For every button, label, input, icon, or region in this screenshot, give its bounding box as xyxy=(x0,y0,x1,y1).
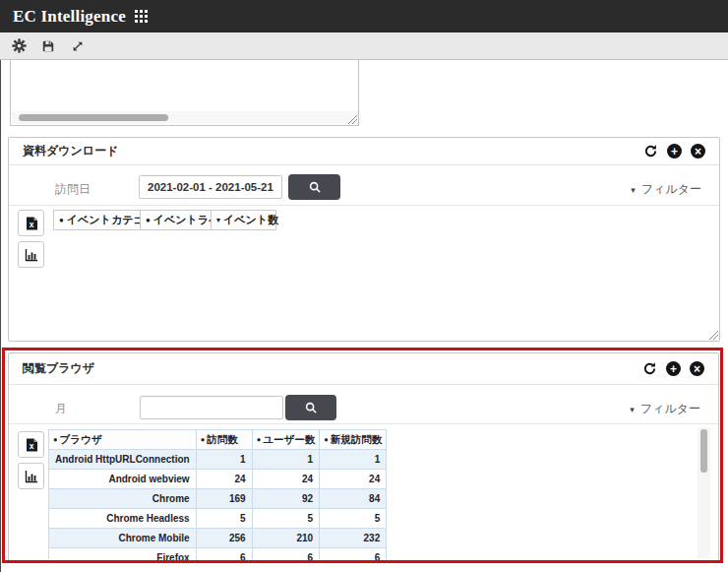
section-divider xyxy=(9,205,719,206)
table-row: Chrome 169 92 84 xyxy=(49,489,387,509)
cell-visits: 1 xyxy=(196,450,252,470)
column-header-users[interactable]: ●ユーザー数 xyxy=(252,430,320,450)
window-left-edge xyxy=(0,32,1,572)
screen: EC Intelligence xyxy=(0,0,728,572)
table-row: Firefox 6 6 6 xyxy=(49,548,387,564)
resize-grip-icon[interactable] xyxy=(348,115,357,124)
cell-users: 1 xyxy=(252,450,320,470)
filter-toggle[interactable]: ▾ フィルター xyxy=(630,401,700,417)
cell-browser: Firefox xyxy=(49,548,197,564)
add-widget-button[interactable]: + xyxy=(666,361,681,376)
browser-stats-table: ●ブラウザ ●訪問数 ●ユーザー数 ●新規訪問数 Android HttpURL… xyxy=(48,429,387,563)
month-label: 月 xyxy=(55,401,67,417)
magnifier-icon xyxy=(308,180,322,194)
filter-label: フィルター xyxy=(641,181,701,198)
expand-button[interactable] xyxy=(67,35,89,57)
table-row: Android HttpURLConnection 1 1 1 xyxy=(49,450,387,470)
chart-view-button[interactable] xyxy=(18,463,44,489)
excel-file-icon: x xyxy=(24,216,39,231)
cell-visits: 256 xyxy=(196,529,252,548)
cell-new-visits: 24 xyxy=(320,470,387,489)
cell-users: 5 xyxy=(252,509,320,529)
panel-download: 資料ダウンロード + × 訪問日 xyxy=(8,137,720,342)
cell-users: 24 xyxy=(252,470,320,489)
cell-users: 210 xyxy=(252,529,320,548)
magnifier-icon xyxy=(304,401,318,414)
svg-text:x: x xyxy=(29,220,33,229)
cell-new-visits: 6 xyxy=(320,548,387,564)
table-row: Android webview 24 24 24 xyxy=(49,470,387,489)
sort-bullet-icon: ● xyxy=(146,216,151,224)
cell-new-visits: 1 xyxy=(320,450,387,470)
sort-bullet-icon: ● xyxy=(324,435,329,444)
resize-grip-icon[interactable] xyxy=(709,331,718,340)
field-event-count[interactable]: ▾ イベント数 xyxy=(211,210,276,230)
bar-chart-icon xyxy=(24,247,39,263)
cell-visits: 169 xyxy=(196,489,252,509)
svg-text:x: x xyxy=(29,441,33,451)
field-event-label[interactable]: ● イベントラベル xyxy=(140,210,212,230)
filter-label: フィルター xyxy=(640,401,700,417)
cell-visits: 24 xyxy=(196,470,252,489)
gear-icon xyxy=(12,38,27,53)
export-excel-button[interactable]: x xyxy=(18,210,44,236)
panel-browser-header: 閲覧ブラウザ + × xyxy=(9,353,718,385)
save-button[interactable] xyxy=(37,35,59,57)
excel-file-icon: x xyxy=(24,437,39,453)
refresh-button[interactable] xyxy=(642,361,657,376)
refresh-button[interactable] xyxy=(643,144,658,159)
sort-bullet-icon: ● xyxy=(201,435,206,444)
sort-bullet-icon: ● xyxy=(257,435,262,444)
close-widget-button[interactable]: × xyxy=(691,144,705,159)
cell-users: 92 xyxy=(252,489,320,509)
horizontal-scrollbar[interactable] xyxy=(12,111,357,124)
plus-circle-icon: + xyxy=(667,144,682,159)
chart-view-button[interactable] xyxy=(18,241,44,268)
close-widget-button[interactable]: × xyxy=(690,361,704,376)
apps-grid-icon[interactable] xyxy=(135,10,149,24)
highlight-red-border: 閲覧ブラウザ + × 月 xyxy=(2,348,723,563)
vertical-scrollbar-thumb[interactable] xyxy=(700,429,707,473)
column-header-browser[interactable]: ●ブラウザ xyxy=(49,430,197,450)
app-title: EC Intelligence xyxy=(13,7,126,27)
settings-button[interactable] xyxy=(8,35,30,57)
horizontal-scrollbar-thumb[interactable] xyxy=(19,114,168,121)
panel-browser: 閲覧ブラウザ + × 月 xyxy=(8,352,719,563)
cell-new-visits: 84 xyxy=(320,489,387,509)
column-header-visits[interactable]: ●訪問数 xyxy=(196,430,252,450)
cell-visits: 5 xyxy=(196,509,252,529)
column-header-new-visits[interactable]: ●新規訪問数 xyxy=(320,430,387,450)
search-button[interactable] xyxy=(285,395,336,420)
visit-date-input[interactable] xyxy=(139,175,282,199)
refresh-icon xyxy=(643,144,658,159)
cell-visits: 6 xyxy=(196,548,252,564)
cell-new-visits: 5 xyxy=(320,509,387,529)
floppy-icon xyxy=(41,39,55,53)
chevron-down-icon: ▾ xyxy=(631,185,636,195)
field-event-category[interactable]: ● イベントカテゴリ xyxy=(53,210,141,230)
table-row: Chrome Mobile 256 210 232 xyxy=(49,529,387,548)
filter-toggle[interactable]: ▾ フィルター xyxy=(631,181,701,198)
expand-diagonal-icon xyxy=(71,39,85,53)
refresh-icon xyxy=(642,361,657,376)
cell-browser: Android HttpURLConnection xyxy=(49,450,197,470)
vertical-scrollbar[interactable] xyxy=(698,427,710,558)
pivot-field-row: ● イベントカテゴリ ● イベントラベル ▾ イベント数 xyxy=(53,210,276,230)
main-toolbar xyxy=(0,32,728,60)
table-row: Chrome Headless 5 5 5 xyxy=(49,509,387,529)
export-excel-button[interactable]: x xyxy=(18,431,44,458)
cell-browser: Chrome Headless xyxy=(49,509,197,529)
cell-browser: Chrome Mobile xyxy=(49,529,197,548)
panel-browser-title: 閲覧ブラウザ xyxy=(23,360,94,377)
visit-date-label: 訪問日 xyxy=(55,181,91,198)
sort-caret-icon: ▾ xyxy=(216,216,220,224)
x-circle-icon: × xyxy=(690,361,704,376)
section-divider xyxy=(9,423,718,424)
x-circle-icon: × xyxy=(691,144,705,159)
add-widget-button[interactable]: + xyxy=(667,144,682,159)
month-input[interactable] xyxy=(140,396,283,419)
cell-browser: Chrome xyxy=(49,489,197,509)
search-button[interactable] xyxy=(288,174,340,200)
sort-bullet-icon: ● xyxy=(53,435,58,444)
plus-circle-icon: + xyxy=(666,361,681,376)
